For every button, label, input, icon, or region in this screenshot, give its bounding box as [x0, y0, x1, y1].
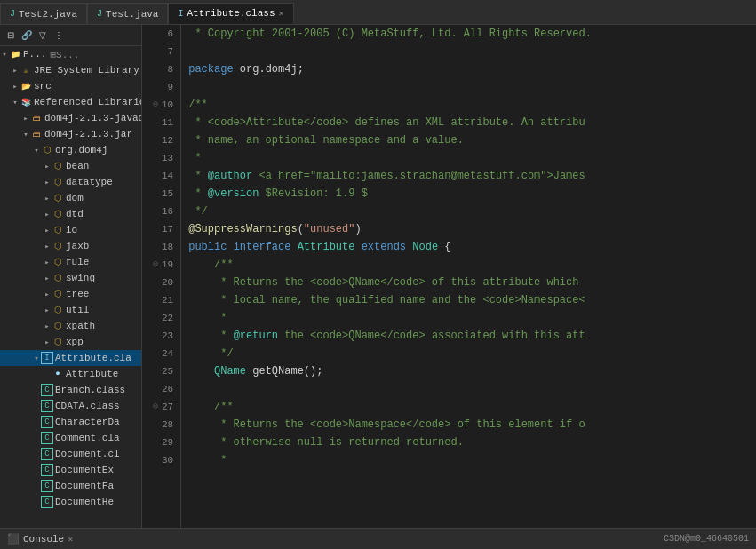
java-icon-2: J	[97, 9, 102, 19]
editor-area[interactable]: 6 7 8 9 ⊜10 11 12 13 14 15 16 17 18 ⊜19 …	[142, 25, 756, 528]
menu-button[interactable]: ⋮	[52, 28, 66, 43]
code-line-7	[188, 43, 756, 60]
tab-testjava-label: Test.java	[106, 9, 158, 20]
code-line-18: public interface Attribute extends Node …	[188, 238, 756, 256]
line-num-26: 26	[149, 380, 173, 398]
code-container: 6 7 8 9 ⊜10 11 12 13 14 15 16 17 18 ⊜19 …	[142, 25, 756, 528]
collapse-all-button[interactable]: ⊟	[4, 28, 18, 43]
tree-item-dom4j-jar[interactable]: ▾ 🗃 dom4j-2.1.3.jar	[0, 126, 141, 142]
tree-label-swing: swing	[66, 273, 95, 283]
tree-label-xpath: xpath	[66, 321, 95, 331]
arrow-swing: ▸	[43, 274, 52, 283]
bottom-bar: ⬛ Console ✕ CSDN@m0_46640501	[0, 528, 756, 549]
folder-icon: 📁	[9, 48, 21, 60]
tree-item-xpp[interactable]: ▸ ⬡ xpp	[0, 334, 141, 350]
java-icon: J	[10, 9, 15, 19]
code-line-19: /**	[188, 256, 756, 274]
tree-label-dom4j-jar: dom4j-2.1.3.jar	[44, 129, 132, 139]
tree-item-src[interactable]: ▸ 📂 src	[0, 78, 141, 94]
tree-item-dom4j-javad[interactable]: ▸ 🗃 dom4j-2.1.3-javad	[0, 110, 141, 126]
close-icon[interactable]: ✕	[279, 8, 284, 19]
tab-attributeclass-label: Attribute.class	[187, 8, 275, 19]
line-num-6: 6	[149, 25, 173, 43]
tree-item-documenthe[interactable]: C DocumentHe	[0, 494, 141, 510]
watermark: CSDN@m0_46640501	[664, 534, 749, 544]
console-tab[interactable]: ⬛ Console ✕	[7, 533, 73, 545]
class-icon-documenthe: C	[41, 496, 53, 508]
code-line-24: */	[188, 345, 756, 362]
tab-testjava[interactable]: J Test.java	[87, 3, 168, 24]
tree-item-attribute-field[interactable]: ● Attribute	[0, 366, 141, 382]
code-line-13: *	[188, 149, 756, 167]
code-line-25: QName getQName();	[188, 362, 756, 380]
tree-item-bean[interactable]: ▸ ⬡ bean	[0, 158, 141, 174]
line-num-23: 23	[149, 327, 173, 345]
line-num-27: ⊜27	[149, 398, 173, 416]
tree-item-branch[interactable]: C Branch.class	[0, 382, 141, 398]
reflibs-icon: 📚	[20, 96, 32, 108]
tree-item-io[interactable]: ▸ ⬡ io	[0, 222, 141, 238]
tree-item-swing[interactable]: ▸ ⬡ swing	[0, 270, 141, 286]
tree-label-tree: tree	[66, 289, 89, 299]
tree-item-cdata[interactable]: C CDATA.class	[0, 398, 141, 414]
tree-label-reflibs: Referenced Libraries	[34, 97, 141, 107]
tree-label-document: Document.cl	[55, 449, 120, 459]
package-icon-swing: ⬡	[52, 272, 64, 284]
tree-label-attribute-field: Attribute	[66, 369, 118, 379]
tree-item-tree[interactable]: ▸ ⬡ tree	[0, 286, 141, 302]
tree-item-dom[interactable]: ▸ ⬡ dom	[0, 190, 141, 206]
class-icon-documentfa: C	[41, 480, 53, 492]
tree-item-comment[interactable]: C Comment.cla	[0, 430, 141, 446]
tree-label-documenthe: DocumentHe	[55, 497, 114, 507]
tree-label-cdata: CDATA.class	[55, 401, 120, 411]
tree-item-jaxb[interactable]: ▸ ⬡ jaxb	[0, 238, 141, 254]
line-num-7: 7	[149, 43, 173, 60]
arrow-util: ▸	[43, 306, 52, 315]
filter-button[interactable]: ▽	[36, 28, 50, 43]
tree-item-util[interactable]: ▸ ⬡ util	[0, 302, 141, 318]
tree-item-dtd[interactable]: ▸ ⬡ dtd	[0, 206, 141, 222]
code-line-8: package org.dom4j;	[188, 60, 756, 78]
line-num-17: 17	[149, 220, 173, 238]
package-icon-dom: ⬡	[52, 192, 64, 204]
arrow-rule: ▸	[43, 258, 52, 267]
tree-item-documentfa[interactable]: C DocumentFa	[0, 478, 141, 494]
jar-icon-2: 🗃	[30, 128, 43, 140]
tree-item-attribute-class[interactable]: ▾ I Attribute.cla	[0, 350, 141, 366]
arrow-attribute: ▾	[32, 354, 41, 363]
arrow-jaxb: ▸	[43, 242, 52, 251]
arrow-dom4j-javad: ▸	[21, 114, 30, 123]
tree-item-reflibs[interactable]: ▾ 📚 Referenced Libraries	[0, 94, 141, 110]
package-icon-io: ⬡	[52, 224, 64, 236]
tree-label-jaxb: jaxb	[66, 241, 89, 251]
tree-label-branch: Branch.class	[55, 385, 125, 395]
tab-attributeclass[interactable]: I Attribute.class ✕	[168, 3, 293, 24]
line-num-21: 21	[149, 291, 173, 309]
tree-label-org-dom4j: org.dom4j	[55, 145, 107, 155]
arrow-day08: ▾	[0, 50, 9, 60]
code-line-20: * Returns the <code>QName</code> of this…	[188, 274, 756, 291]
tree-item-org-dom4j[interactable]: ▾ ⬡ org.dom4j	[0, 142, 141, 158]
tree-item-jre[interactable]: ▸ ☕ JRE System Library [...]	[0, 62, 141, 78]
arrow-src: ▸	[11, 82, 20, 92]
tree-item-rule[interactable]: ▸ ⬡ rule	[0, 254, 141, 270]
line-num-28: 28	[149, 416, 173, 434]
code-line-15: * @version $Revision: 1.9 $	[188, 185, 756, 203]
tree-item-datatype[interactable]: ▸ ⬡ datatype	[0, 174, 141, 190]
code-line-28: * Returns the <code>Namespace</code> of …	[188, 416, 756, 434]
tree-item-characterda[interactable]: C CharacterDa	[0, 414, 141, 430]
interface-icon: I	[41, 352, 53, 364]
tab-test2java[interactable]: J Test2.java	[0, 3, 87, 24]
tab-test2java-label: Test2.java	[19, 9, 77, 20]
link-editor-button[interactable]: 🔗	[20, 28, 34, 43]
arrow-jre: ▸	[11, 66, 20, 76]
tree-item-document[interactable]: C Document.cl	[0, 446, 141, 462]
code-line-21: * local name, the qualified name and the…	[188, 291, 756, 309]
tree-label-jre: JRE System Library [...]	[34, 65, 141, 76]
tree-item-xpath[interactable]: ▸ ⬡ xpath	[0, 318, 141, 334]
tree-item-documentex[interactable]: C DocumentEx	[0, 462, 141, 478]
line-num-9: 9	[149, 78, 173, 96]
tree-item-day08[interactable]: ▾ 📁 P... ⊞S...	[0, 46, 141, 62]
console-close-icon[interactable]: ✕	[68, 534, 73, 545]
class-icon-cdata: C	[41, 400, 53, 412]
